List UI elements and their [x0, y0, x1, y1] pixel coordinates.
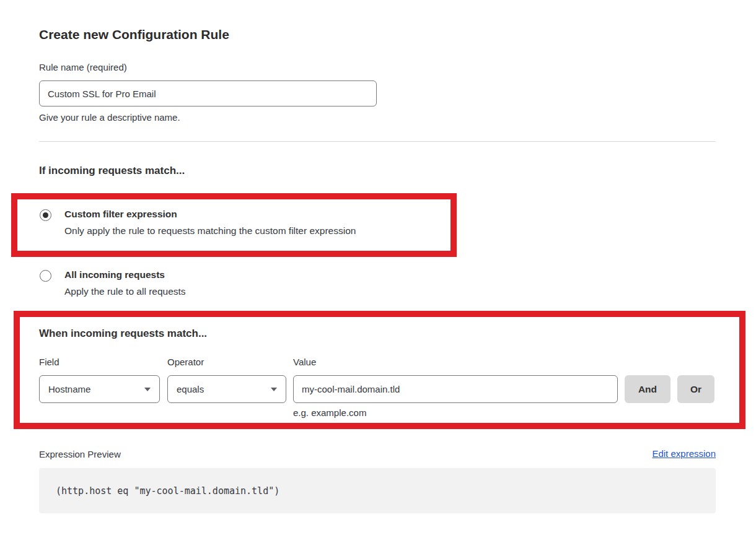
chevron-down-icon [271, 388, 277, 391]
rule-name-label: Rule name (required) [39, 62, 127, 72]
value-column-label: Value [293, 357, 316, 367]
field-select[interactable]: Hostname [39, 375, 160, 403]
expression-code: (http.host eq "my-cool-mail.domain.tld") [39, 485, 279, 497]
chevron-down-icon [144, 388, 151, 391]
operator-select[interactable]: equals [167, 375, 286, 403]
if-match-heading: If incoming requests match... [39, 165, 185, 177]
expression-preview-code-block: (http.host eq "my-cool-mail.domain.tld") [39, 468, 716, 513]
or-button[interactable]: Or [677, 375, 714, 403]
rule-name-help: Give your rule a descriptive name. [39, 112, 180, 123]
section-divider [39, 141, 716, 142]
and-button[interactable]: And [625, 375, 670, 403]
value-example-help: e.g. example.com [293, 407, 366, 418]
option-custom-filter-description: Only apply the rule to requests matching… [64, 225, 356, 237]
option-all-requests-description: Apply the rule to all requests [64, 286, 186, 297]
option-custom-filter-label[interactable]: Custom filter expression [64, 209, 177, 220]
when-match-heading: When incoming requests match... [39, 328, 207, 340]
field-column-label: Field [39, 357, 59, 367]
expression-preview-label: Expression Preview [39, 449, 121, 459]
radio-unselected-icon[interactable] [40, 270, 51, 282]
operator-column-label: Operator [167, 357, 204, 367]
rule-name-input[interactable] [39, 80, 377, 106]
edit-expression-link[interactable]: Edit expression [652, 448, 716, 459]
value-input[interactable] [293, 375, 618, 403]
radio-dot [43, 212, 48, 218]
field-select-value: Hostname [48, 384, 90, 394]
page-title: Create new Configuration Rule [39, 27, 229, 42]
operator-select-value: equals [177, 384, 204, 394]
option-all-requests-label[interactable]: All incoming requests [64, 269, 165, 280]
radio-selected-icon[interactable] [40, 209, 51, 221]
